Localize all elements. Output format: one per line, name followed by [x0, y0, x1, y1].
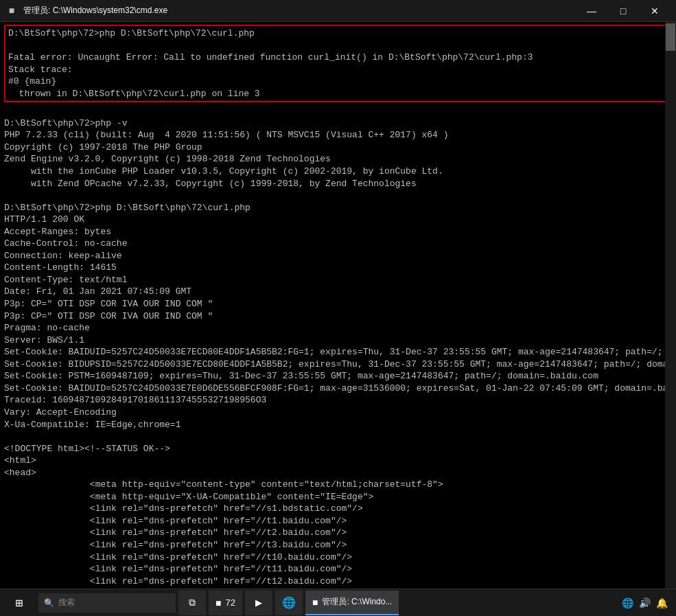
terminal-line	[8, 40, 668, 52]
terminal-line: D:\BtSoft\php\72>php -v	[4, 117, 672, 130]
notification-icon[interactable]: 🔔	[656, 597, 668, 608]
search-box[interactable]: 🔍 搜索	[38, 593, 176, 613]
taskview-icon: ⧉	[189, 597, 196, 608]
terminal-line: with Zend OPcache v7.2.33, Copyright (c)…	[4, 178, 672, 190]
taskbar-item-chrome[interactable]: 🌐	[275, 591, 303, 615]
minimize-button[interactable]: —	[576, 0, 607, 22]
terminal-line: <link rel="dns-prefetch" href="//t1.baid…	[4, 515, 672, 527]
taskbar-item-72[interactable]: ■ 72	[209, 591, 242, 615]
close-button[interactable]: ✕	[639, 0, 671, 22]
terminal-line: X-Ua-Compatible: IE=Edge,chrome=1	[4, 419, 672, 431]
terminal-line	[4, 431, 672, 443]
scrollbar[interactable]	[665, 22, 676, 589]
terminal-line: Pragma: no-cache	[4, 322, 672, 334]
terminal-line: <!DOCTYPE html><!--STATUS OK-->	[4, 443, 672, 455]
terminal-line: <link rel="dns-prefetch" href="//t12.bai…	[4, 575, 672, 588]
scrollbar-thumb[interactable]	[666, 23, 675, 51]
taskbar-right: 🌐 🔊 🔔	[616, 597, 673, 608]
taskbar-arrow-icon: ▶	[255, 597, 262, 608]
terminal-line: with the ionCube PHP Loader v10.3.5, Cop…	[4, 166, 672, 178]
taskbar-item-cmd[interactable]: ■ 管理员: C:\Windo...	[305, 591, 399, 615]
terminal-line: Copyright (c) 1997-2018 The PHP Group	[4, 141, 672, 154]
terminal-line: Date: Fri, 01 Jan 2021 07:45:09 GMT	[4, 286, 672, 298]
title-bar: ■ 管理员: C:\Windows\system32\cmd.exe — □ ✕	[0, 0, 676, 22]
network-icon[interactable]: 🌐	[622, 597, 633, 608]
terminal-line: P3p: CP=" OTI DSP COR IVA OUR IND COM "	[4, 298, 672, 310]
terminal-line: Set-Cookie: BAIDUID=5257C24D50033E7E0D6D…	[4, 383, 672, 395]
terminal-line: <link rel="dns-prefetch" href="//t2.baid…	[4, 527, 672, 539]
taskbar-cmd-icon: ■	[312, 597, 318, 608]
start-button[interactable]: ⊞	[3, 591, 36, 615]
terminal-line: Set-Cookie: BAIDUID=5257C24D50033E7ECD80…	[4, 346, 672, 358]
window-controls: — □ ✕	[576, 0, 671, 22]
terminal-line: Set-Cookie: BIDUPSID=5257C24D50033E7ECD8…	[4, 358, 672, 371]
terminal-line: D:\BtSoft\php\72>php D:\BtSoft\php\72\cu…	[4, 202, 672, 214]
search-placeholder: 搜索	[58, 597, 75, 608]
terminal-line: HTTP/1.1 200 OK	[4, 214, 672, 226]
terminal-line: Accept-Ranges: bytes	[4, 226, 672, 238]
terminal-line: <head>	[4, 467, 672, 479]
terminal-line: Content-Type: text/html	[4, 274, 672, 286]
terminal-line: <link rel="dns-prefetch" href="//t10.bai…	[4, 551, 672, 564]
window-title: 管理员: C:\Windows\system32\cmd.exe	[23, 5, 576, 16]
terminal-line: D:\BtSoft\php\72>php D:\BtSoft\php\72\cu…	[8, 27, 668, 40]
terminal-line: #0 {main}	[8, 76, 668, 88]
window-icon: ■	[5, 5, 18, 17]
taskbar-72-icon: ■	[215, 597, 221, 608]
terminal-line	[4, 105, 672, 117]
terminal-line: thrown in D:\BtSoft\php\72\curl.php on l…	[8, 88, 668, 100]
chrome-icon: 🌐	[282, 596, 296, 609]
sound-icon[interactable]: 🔊	[639, 597, 651, 608]
maximize-button[interactable]: □	[607, 0, 639, 22]
terminal-line: Server: BWS/1.1	[4, 334, 672, 347]
search-icon: 🔍	[44, 598, 54, 608]
terminal-line: Vary: Accept-Encoding	[4, 407, 672, 419]
terminal-line: <link rel="dns-prefetch" href="//t3.baid…	[4, 539, 672, 551]
error-box: D:\BtSoft\php\72>php D:\BtSoft\php\72\cu…	[4, 25, 672, 102]
terminal-output: D:\BtSoft\php\72>php -vPHP 7.2.33 (cli) …	[4, 105, 672, 589]
taskbar: ⊞ 🔍 搜索 ⧉ ■ 72 ▶ 🌐 ■ 管理员: C:\Windo... 🌐 🔊	[0, 589, 676, 616]
terminal-line: Cache-Control: no-cache	[4, 238, 672, 250]
terminal-line: <meta http-equiv="content-type" content=…	[4, 479, 672, 491]
terminal-line: <html>	[4, 455, 672, 467]
terminal-line: Stack trace:	[8, 64, 668, 76]
terminal-line: <meta http-equiv="X-UA-Compatible" conte…	[4, 491, 672, 503]
terminal-line: Connection: keep-alive	[4, 250, 672, 262]
terminal-line: PHP 7.2.33 (cli) (built: Aug 4 2020 11:5…	[4, 129, 672, 141]
terminal-line: P3p: CP=" OTI DSP COR IVA OUR IND COM "	[4, 310, 672, 323]
taskbar-item-arrow[interactable]: ▶	[245, 591, 272, 615]
terminal-line: <link rel="dns-prefetch" href="//b1.bdst…	[4, 587, 672, 589]
terminal-line: <link rel="dns-prefetch" href="//t11.bai…	[4, 563, 672, 575]
cmd-window: ■ 管理员: C:\Windows\system32\cmd.exe — □ ✕…	[0, 0, 676, 616]
terminal-line: <link rel="dns-prefetch" href="//s1.bdst…	[4, 503, 672, 515]
terminal-line: Traceid: 1609487109284917018611137455532…	[4, 394, 672, 407]
terminal-line: Fatal error: Uncaught Error: Call to und…	[8, 52, 668, 64]
taskbar-cmd-label: 管理员: C:\Windo...	[322, 596, 392, 608]
taskbar-72-label: 72	[225, 597, 235, 608]
terminal-line: Set-Cookie: PSTM=1609487109; expires=Thu…	[4, 370, 672, 383]
terminal-line	[4, 190, 672, 202]
taskbar-item-task-view[interactable]: ⧉	[178, 591, 206, 615]
terminal-line: Content-Length: 14615	[4, 262, 672, 274]
terminal-content: D:\BtSoft\php\72>php D:\BtSoft\php\72\cu…	[0, 22, 676, 589]
terminal-line: Zend Engine v3.2.0, Copyright (c) 1998-2…	[4, 153, 672, 166]
